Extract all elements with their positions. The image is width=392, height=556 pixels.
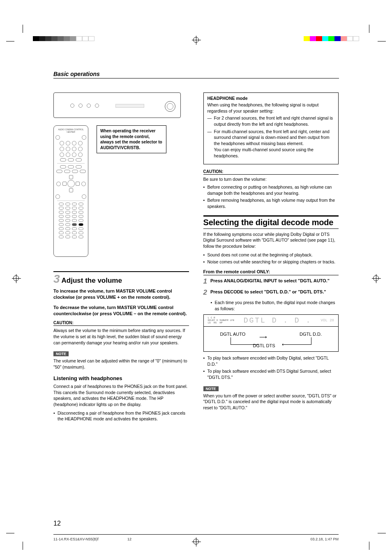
flow-dgtl-dd: DGTL D.D. — [300, 332, 322, 337]
colorbar-right — [304, 36, 359, 41]
decode-post: To play back software encoded with Dolby… — [203, 355, 339, 367]
headphone-mode-box: HEADPHONE mode When using the headphones… — [203, 92, 339, 164]
headphones-p1: Connect a pair of headphones to the PHON… — [53, 383, 189, 408]
note-badge: NOTE — [203, 386, 219, 391]
decrease-volume-text: To decrease the volume, turn MASTER VOLU… — [53, 305, 189, 317]
note-badge: NOTE — [53, 351, 69, 356]
decode-step-sub: Each time you press the button, the digi… — [211, 300, 339, 311]
decode-step-1: 1 Press ANALOG/DIGITAL INPUT to select "… — [203, 278, 339, 286]
right-column: HEADPHONE mode When using the headphones… — [203, 70, 339, 515]
headphone-mode-intro: When using the headphones, the following… — [208, 102, 335, 114]
step-number: 1 — [203, 278, 207, 286]
arrow-left-icon: ⟵ — [282, 341, 289, 347]
note-text: The volume level can be adjusted within … — [53, 358, 189, 370]
caution-label: CAUTION: — [53, 321, 189, 326]
remote-illustration: AUDIO CINEMA CONTROL CENTER — [53, 125, 88, 257]
decode-step-2: 2 Press DECODE to select "DGTL D.D." or … — [203, 289, 339, 297]
remote-note: When operating the receiver using the re… — [97, 125, 166, 153]
receiver-illustration — [53, 92, 181, 118]
hp-mode-item: For multi-channel sources, the front lef… — [208, 129, 335, 159]
caution-bullet: Before removing headphones, as high volu… — [203, 197, 339, 209]
caution-label: CAUTION: — [203, 169, 339, 175]
hp-mode-item: For 2 channel sources, the front left an… — [208, 115, 335, 127]
footer-page: 12 — [127, 537, 226, 541]
headphones-heading: Listening with headphones — [53, 375, 189, 381]
step-text: Press DECODE to select "DGTL D.D." or "D… — [210, 289, 339, 297]
lcd-volume: VOL 20 — [321, 318, 334, 323]
registration-mark-icon — [373, 275, 379, 281]
flow-dgtl-dts: DGTL DTS — [253, 343, 275, 348]
footer-file: 11-14.RX-ES1&XV-N55(B)f — [53, 537, 127, 541]
footer-date: 03.2.18, 1:47 PM — [310, 537, 339, 541]
lcd-indicators: L C R DOLBY D SUBWFR LFE LS RS HP — [208, 317, 235, 324]
arrow-right-icon: ⟶ — [259, 334, 267, 340]
caution-bullet: Before connecting or putting on headphon… — [203, 184, 339, 196]
caution-intro: Be sure to turn down the volume: — [203, 176, 339, 182]
footer-divider — [53, 534, 339, 535]
headphone-mode-title: HEADPHONE mode — [208, 96, 335, 101]
lcd-diagram: L C R DOLBY D SUBWFR LFE LS RS HP DGTL D… — [203, 314, 339, 352]
footer: 11-14.RX-ES1&XV-N55(B)f 12 03.2.18, 1:47… — [53, 537, 339, 541]
page-number: 12 — [53, 520, 61, 527]
decode-symptom: Noise comes out while searching for or s… — [203, 259, 339, 265]
decode-note-text: When you turn off the power or select an… — [203, 393, 339, 411]
left-column: AUDIO CINEMA CONTROL CENTER — [53, 70, 189, 515]
decode-intro: If the following symptoms occur while pl… — [203, 231, 339, 249]
increase-volume-text: To increase the volume, turn MASTER VOLU… — [53, 288, 189, 300]
caution-text: Always set the volume to the minimum bef… — [53, 328, 189, 346]
decode-symptom: Sound does not come out at the beginning… — [203, 252, 339, 258]
decode-post: To play back software encoded with DTS D… — [203, 368, 339, 380]
step-number: 3 — [53, 273, 60, 285]
decode-mode-title: Selecting the digital decode mode — [203, 215, 339, 229]
from-remote-label: From the remote control ONLY: — [203, 269, 339, 275]
step-title: Adjust the volume — [62, 277, 122, 285]
registration-mark-icon — [13, 275, 19, 281]
lcd-text: DGTL D . D . — [244, 316, 312, 325]
flow-dgtl-auto: DGTL AUTO — [220, 332, 246, 337]
headphones-bullet: Disconnecting a pair of headphone from t… — [53, 410, 189, 422]
step-3-heading: 3 Adjust the volume — [53, 271, 189, 285]
step-number: 2 — [203, 289, 207, 297]
volume-knob-icon — [165, 101, 175, 112]
step-text: Press ANALOG/DIGITAL INPUT to select "DG… — [210, 278, 339, 286]
registration-mark-icon — [193, 37, 199, 43]
colorbar-left — [33, 36, 95, 41]
